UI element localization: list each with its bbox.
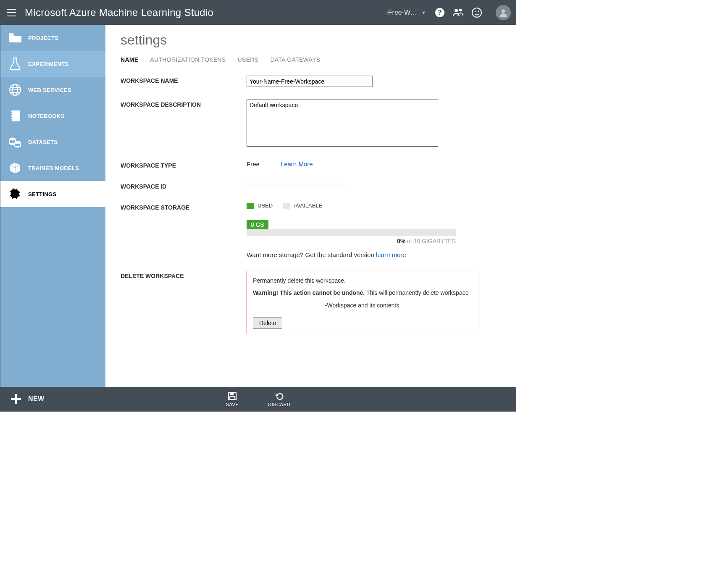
help-icon[interactable]: ? [434, 7, 445, 18]
svg-point-6 [478, 11, 479, 12]
new-button-label: NEW [28, 395, 45, 403]
chevron-down-icon: ▼ [421, 10, 426, 15]
tab-name[interactable]: NAME [121, 56, 138, 63]
plus-icon [10, 393, 22, 405]
storage-percent: 0% [397, 238, 405, 244]
tab-data-gateways[interactable]: DATA GATEWAYS [270, 56, 320, 63]
discard-icon [275, 391, 284, 401]
workspace-name-input[interactable] [247, 76, 373, 87]
available-swatch [283, 203, 290, 209]
users-icon[interactable] [453, 7, 464, 18]
workspace-name-label: WORKSPACE NAME [121, 76, 247, 84]
delete-warning-rest: This will permanently delete workspace [365, 289, 468, 296]
delete-line1: Permanently delete this workspace. [253, 276, 473, 286]
storage-total: of 10 GIGABYTES [405, 238, 456, 244]
sidebar-item-trained-models[interactable]: TRAINED MODELS [0, 155, 105, 181]
svg-rect-12 [10, 114, 12, 115]
delete-button[interactable]: Delete [253, 317, 282, 329]
delete-warning-bold: Warning! This action cannot be undone. [253, 289, 365, 296]
storage-upsell-text: Want more storage? Get the standard vers… [247, 251, 376, 258]
tab-users[interactable]: USERS [238, 56, 259, 63]
hamburger-menu-button[interactable] [4, 5, 19, 20]
svg-point-2 [455, 9, 458, 12]
save-button-label: SAVE [226, 402, 239, 407]
user-avatar[interactable] [496, 5, 511, 20]
discard-button[interactable]: DISCARD [268, 391, 290, 407]
delete-warning-line2: -Workspace and its contents. [253, 301, 473, 310]
content-area: settings NAME AUTHORIZATION TOKENS USERS… [105, 25, 516, 387]
svg-rect-14 [10, 119, 12, 121]
svg-text:?: ? [438, 9, 442, 16]
sidebar-item-label: SETTINGS [28, 191, 56, 197]
workspace-type-label: WORKSPACE TYPE [121, 160, 247, 169]
workspace-type-value: Free [247, 160, 260, 168]
sidebar-item-web-services[interactable]: WEB SERVICES [0, 77, 105, 103]
app-title: Microsoft Azure Machine Learning Studio [25, 7, 213, 18]
sidebar-item-label: PROJECTS [28, 35, 58, 41]
database-icon [8, 135, 22, 149]
storage-upsell: Want more storage? Get the standard vers… [247, 251, 456, 258]
settings-tabs: NAME AUTHORIZATION TOKENS USERS DATA GAT… [121, 56, 506, 63]
smiley-feedback-icon[interactable] [471, 7, 482, 18]
delete-workspace-label: DELETE WORKSPACE [121, 271, 247, 279]
workspace-selector-label: -Free-W… [386, 9, 417, 16]
svg-point-5 [475, 11, 476, 12]
svg-point-4 [472, 8, 481, 17]
delete-warning: Warning! This action cannot be undone. T… [253, 289, 473, 298]
svg-rect-18 [11, 398, 21, 400]
svg-point-3 [459, 9, 462, 12]
workspace-description-label: WORKSPACE DESCRIPTION [121, 100, 247, 108]
flask-icon [8, 57, 22, 71]
svg-rect-10 [11, 110, 20, 121]
svg-point-16 [15, 141, 21, 144]
available-legend-label: AVAILABLE [294, 202, 322, 209]
sidebar-item-label: DATASETS [28, 139, 58, 145]
svg-rect-13 [10, 117, 12, 118]
used-swatch [247, 203, 254, 209]
svg-rect-11 [10, 112, 12, 113]
gear-icon [8, 187, 22, 201]
sidebar-item-label: TRAINED MODELS [28, 165, 79, 171]
save-button[interactable]: SAVE [226, 391, 239, 407]
topbar-icons: ? [434, 5, 511, 20]
sidebar-item-settings[interactable]: SETTINGS [0, 181, 105, 207]
svg-rect-21 [230, 396, 235, 399]
discard-button-label: DISCARD [268, 402, 290, 407]
storage-learn-more-link[interactable]: learn more [376, 251, 406, 258]
storage-legend: USED AVAILABLE [247, 202, 506, 209]
save-icon [228, 391, 237, 401]
svg-point-15 [10, 138, 16, 141]
new-button[interactable]: NEW [0, 387, 54, 411]
svg-point-7 [502, 9, 505, 13]
sidebar-item-label: WEB SERVICES [28, 87, 71, 93]
workspace-type-learn-more-link[interactable]: Learn More [281, 160, 313, 168]
tab-authorization-tokens[interactable]: AUTHORIZATION TOKENS [150, 56, 226, 63]
folder-icon [8, 31, 22, 45]
topbar: Microsoft Azure Machine Learning Studio … [0, 0, 516, 25]
sidebar-item-label: EXPERIMENTS [28, 61, 68, 67]
svg-rect-20 [230, 392, 234, 395]
used-legend-label: USED [258, 202, 273, 209]
sidebar-item-datasets[interactable]: DATASETS [0, 129, 105, 155]
storage-used-badge: 0 GB [247, 220, 268, 229]
sidebar-item-experiments[interactable]: EXPERIMENTS [0, 51, 105, 77]
delete-workspace-panel: Permanently delete this workspace. Warni… [247, 271, 479, 334]
workspace-storage-label: WORKSPACE STORAGE [121, 202, 247, 211]
workspace-description-textarea[interactable] [247, 100, 438, 147]
workspace-selector-dropdown[interactable]: -Free-W… ▼ [386, 9, 426, 16]
workspace-id-value: b2a61efa5077465782cefa1bf573a2ec [247, 181, 346, 188]
sidebar-item-notebooks[interactable]: NOTEBOOKS [0, 103, 105, 129]
sidebar-item-label: NOTEBOOKS [28, 113, 64, 119]
globe-icon [8, 83, 22, 97]
sidebar: PROJECTS EXPERIMENTS WEB SERVICES NOTEBO… [0, 25, 105, 387]
bottombar: NEW SAVE DISCARD [0, 387, 516, 411]
page-title: settings [121, 32, 506, 48]
sidebar-item-projects[interactable]: PROJECTS [0, 25, 105, 51]
storage-percent-text: 0% of 10 GIGABYTES [247, 238, 456, 244]
workspace-id-label: WORKSPACE ID [121, 181, 247, 190]
storage-bar [247, 229, 456, 236]
notebook-icon [8, 109, 22, 123]
cube-icon [8, 161, 22, 175]
